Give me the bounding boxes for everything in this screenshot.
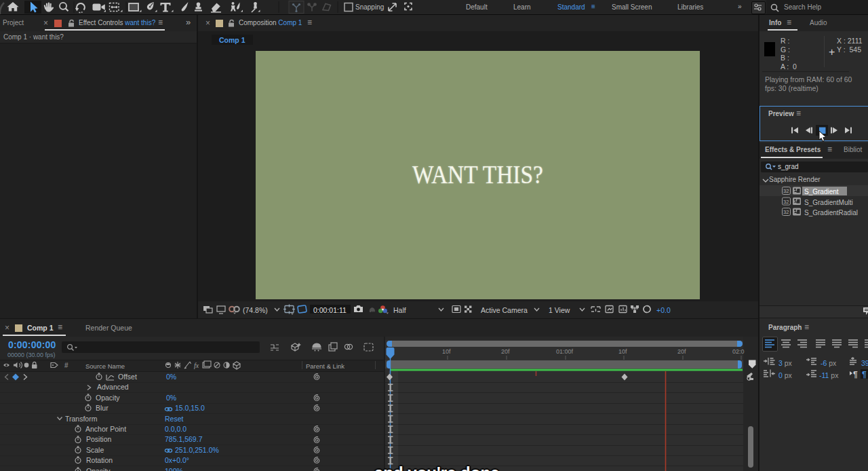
svg-text:#: # <box>64 362 68 369</box>
svg-text:20f: 20f <box>501 348 510 355</box>
svg-text:fx: fx <box>194 362 199 369</box>
svg-text:¶: ¶ <box>862 370 867 379</box>
svg-text:10f: 10f <box>618 348 627 355</box>
svg-text:¶: ¶ <box>853 370 858 379</box>
svg-text:01:00f: 01:00f <box>556 348 574 355</box>
svg-text:32: 32 <box>783 209 789 215</box>
svg-text:32: 32 <box>783 188 789 194</box>
svg-text:10f: 10f <box>442 348 451 355</box>
svg-text:32: 32 <box>783 199 789 205</box>
svg-text:20f: 20f <box>677 348 686 355</box>
svg-text:02:0: 02:0 <box>732 348 745 355</box>
